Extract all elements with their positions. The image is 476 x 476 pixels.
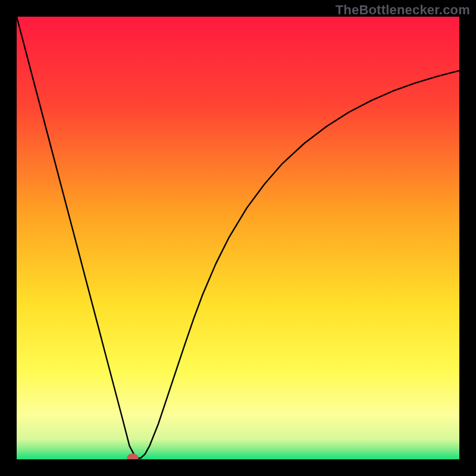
chart-background: [17, 17, 459, 459]
watermark-text: TheBottlenecker.com: [336, 2, 470, 18]
bottleneck-chart: [17, 17, 459, 459]
chart-frame: [17, 17, 459, 459]
